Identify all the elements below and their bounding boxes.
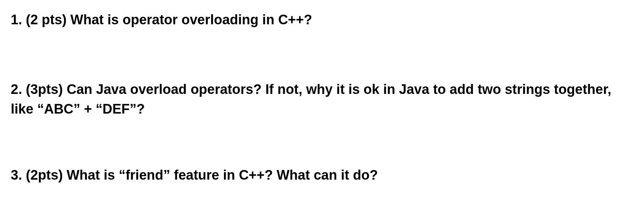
question-1-text: 1. (2 pts) What is operator overloading …	[11, 12, 312, 27]
question-3-text: 3. (2pts) What is “friend” feature in C+…	[11, 168, 378, 182]
question-2: 2. (3pts) Can Java overload operators? I…	[11, 80, 633, 119]
question-3: 3. (2pts) What is “friend” feature in C+…	[11, 165, 633, 185]
question-1: 1. (2 pts) What is operator overloading …	[11, 10, 633, 30]
question-2-text: 2. (3pts) Can Java overload operators? I…	[11, 82, 611, 116]
